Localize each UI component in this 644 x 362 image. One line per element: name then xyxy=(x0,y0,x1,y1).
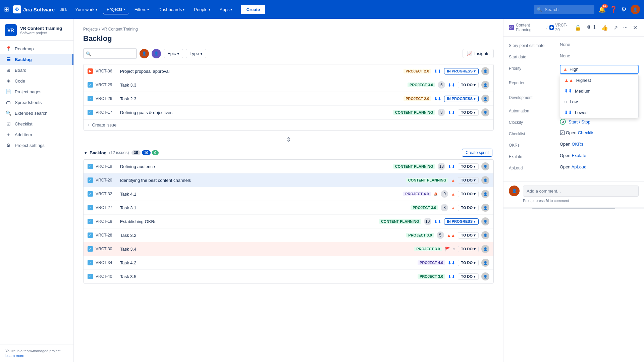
type-filter-button[interactable]: Type ▾ xyxy=(186,49,206,58)
section-divider[interactable]: ⇕ xyxy=(83,133,494,146)
priority-option-medium[interactable]: ⬇⬇ Medium xyxy=(560,86,638,96)
priority-option-highest[interactable]: ▲▲ Highest xyxy=(560,75,638,86)
table-row[interactable]: ✓ VRCT-30 Task 3.4 PROJECT 3.0 🚩 ○ TO DO… xyxy=(84,242,493,256)
sidebar-item-checklist[interactable]: ☑ Checklist xyxy=(0,118,73,129)
breadcrumb-separator: / xyxy=(99,27,100,32)
more-options-button[interactable]: ··· xyxy=(622,24,629,31)
sidebar-item-board[interactable]: ⊞ Board xyxy=(0,65,73,75)
panel-scrollbar[interactable] xyxy=(503,207,644,209)
sidebar-item-spreadsheets[interactable]: 🗃 Spreadsheets xyxy=(0,97,73,108)
status-badge[interactable]: TO DO ▾ xyxy=(458,163,479,170)
table-row[interactable]: ✓ VRCT-20 Identifying the best content c… xyxy=(84,173,493,187)
table-row[interactable]: ✓ VRCT-28 Task 3.2 PROJECT 3.0 5 ▲▲ TO D… xyxy=(84,228,493,242)
create-sprint-button[interactable]: Create sprint xyxy=(462,149,492,157)
grid-icon[interactable]: ⊞ xyxy=(4,6,9,13)
table-row[interactable]: ▶ VRCT-36 Project proposal approval PROJ… xyxy=(84,64,493,78)
in-progress-badge: 10 xyxy=(142,150,151,155)
search-input[interactable] xyxy=(534,5,594,14)
lock-button[interactable]: 🔒 xyxy=(573,24,583,32)
priority-select[interactable]: ▲ High xyxy=(560,65,639,74)
notifications-button[interactable]: 🔔 9+ xyxy=(598,6,606,13)
panel-bc-project[interactable]: Content Planning xyxy=(516,23,544,32)
share-button[interactable]: ↗ xyxy=(612,24,619,32)
sidebar-item-project-settings[interactable]: ⚙ Project settings xyxy=(0,140,73,151)
panel-header: CP Content Planning / VRCT-20 🔒 👁 1 👍 ↗ xyxy=(503,19,644,37)
nav-dashboards[interactable]: Dashboards ▾ xyxy=(155,5,188,14)
insights-button[interactable]: 📈 Insights xyxy=(463,49,494,58)
table-row[interactable]: ✓ VRCT-19 Defining audience CONTENT PLAN… xyxy=(84,160,493,173)
status-badge[interactable]: TO DO ▾ xyxy=(458,177,479,184)
search-wrap: 🔍 xyxy=(534,5,594,14)
comment-input[interactable]: Add a comment... xyxy=(523,186,639,197)
table-row[interactable]: ✓ VRCT-32 Task 4.1 PROJECT 4.0 ⛵ 9 ▲ TO … xyxy=(84,187,493,201)
table-row[interactable]: ✓ VRCT-29 Task 3.3 PROJECT 3.0 5 ⬇⬇ TO D… xyxy=(84,78,493,92)
status-badge[interactable]: TO DO ▾ xyxy=(458,273,479,280)
create-button[interactable]: Create xyxy=(241,5,265,14)
user-avatar[interactable]: 👤 xyxy=(631,5,640,14)
issue-key: VRCT-27 xyxy=(96,205,117,210)
nav-people[interactable]: People ▾ xyxy=(191,5,213,14)
status-badge[interactable]: TO DO ▾ xyxy=(458,246,479,252)
okrs-link[interactable]: OKRs xyxy=(572,142,583,147)
clockify-link[interactable]: Start / Stop xyxy=(569,119,590,124)
nav-projects[interactable]: Projects ▾ xyxy=(103,5,128,14)
status-badge[interactable]: TO DO ▾ xyxy=(458,191,479,197)
table-row[interactable]: ✓ VRCT-17 Defining goals & objectives CO… xyxy=(84,106,493,119)
nav-your-work[interactable]: Your work ▾ xyxy=(72,5,101,14)
help-button[interactable]: ❓ xyxy=(610,6,617,13)
sidebar-item-project-pages[interactable]: 📄 Project pages xyxy=(0,86,73,97)
table-row[interactable]: ✓ VRCT-40 Task 3.5 PROJECT 3.0 ⬇⬇ TO DO … xyxy=(84,270,493,283)
status-badge[interactable]: TO DO ▾ xyxy=(458,205,479,211)
status-badge[interactable]: IN PROGRESS ▾ xyxy=(444,68,479,74)
table-row[interactable]: ✓ VRCT-27 Task 3.1 PROJECT 3.0 8 ▲ TO DO… xyxy=(84,201,493,215)
issue-type-task-icon: ✓ xyxy=(88,110,93,115)
status-badge[interactable]: IN PROGRESS ▾ xyxy=(444,218,479,225)
issue-key: VRCT-19 xyxy=(96,164,117,169)
sidebar-item-code[interactable]: ◈ Code xyxy=(0,75,73,86)
status-badge[interactable]: TO DO ▾ xyxy=(458,82,479,88)
assignee-avatar: 👤 xyxy=(481,259,489,267)
watch-button[interactable]: 👁 1 xyxy=(585,24,597,31)
close-panel-button[interactable]: ✕ xyxy=(632,24,639,32)
aploud-link[interactable]: ApLoud xyxy=(572,164,587,169)
priority-option-low[interactable]: ○ Low xyxy=(560,96,638,107)
avatar-filter-1[interactable]: 👤 xyxy=(140,49,149,58)
status-badge[interactable]: IN PROGRESS ▾ xyxy=(444,96,479,102)
table-row[interactable]: ✓ VRCT-18 Establishing OKRs CONTENT PLAN… xyxy=(84,215,493,228)
thumbs-up-button[interactable]: 👍 xyxy=(600,24,609,32)
status-badge[interactable]: TO DO ▾ xyxy=(458,232,479,239)
watch-count: 1 xyxy=(593,24,596,31)
learn-more-link[interactable]: Learn more xyxy=(5,354,24,358)
horizontal-scrollbar-thumb[interactable] xyxy=(532,208,615,209)
breadcrumb-projects[interactable]: Projects xyxy=(83,27,98,32)
open-text: Open xyxy=(560,153,572,158)
table-row[interactable]: ✓ VRCT-34 Task 4.2 PROJECT 4.0 ⬇⬇ TO DO … xyxy=(84,256,493,270)
sidebar-item-add-item[interactable]: + Add item xyxy=(0,129,73,140)
sidebar-item-backlog[interactable]: ☰ Backlog xyxy=(0,54,73,65)
breadcrumb-project-name[interactable]: VR Content Training xyxy=(102,27,138,32)
exalate-link[interactable]: Exalate xyxy=(572,153,586,158)
logo[interactable]: Jira Software xyxy=(13,5,55,13)
settings-button[interactable]: ⚙ xyxy=(621,6,627,13)
sidebar-item-extended-search[interactable]: 🔍 Extended search xyxy=(0,108,73,118)
priority-option-lowest[interactable]: ⬇⬇ Lowest xyxy=(560,107,638,118)
status-badge[interactable]: TO DO ▾ xyxy=(458,260,479,266)
create-issue-button[interactable]: + Create issue xyxy=(84,119,493,130)
right-panel: CP Content Planning / VRCT-20 🔒 👁 1 👍 ↗ xyxy=(503,19,644,362)
nav-filters[interactable]: Filters ▾ xyxy=(131,5,152,14)
panel-bc-issue-key[interactable]: VRCT-20 xyxy=(555,23,570,32)
table-row[interactable]: ✓ VRCT-26 Task 2.3 PROJECT 2.0 ⬇⬇ IN PRO… xyxy=(84,92,493,106)
issue-points: 8 xyxy=(438,109,445,116)
checklist-link[interactable]: Checklist xyxy=(578,130,596,135)
status-badge[interactable]: TO DO ▾ xyxy=(458,109,479,116)
sidebar-item-roadmap[interactable]: 📍 Roadmap xyxy=(0,43,73,54)
sprint-section: ▶ VRCT-36 Project proposal approval PROJ… xyxy=(83,64,494,131)
search-icon: 🔍 xyxy=(86,51,91,56)
epic-filter-button[interactable]: Epic ▾ xyxy=(164,49,183,58)
backlog-search-input[interactable] xyxy=(83,48,137,59)
issue-type-story-icon: ▶ xyxy=(88,68,93,74)
avatar-filter-2[interactable]: 👤 xyxy=(152,49,161,58)
backlog-header[interactable]: ▾ Backlog (12 issues) 35 10 0 Create spr… xyxy=(83,146,494,159)
development-label: Development xyxy=(509,94,556,100)
nav-apps[interactable]: Apps ▾ xyxy=(216,5,236,14)
